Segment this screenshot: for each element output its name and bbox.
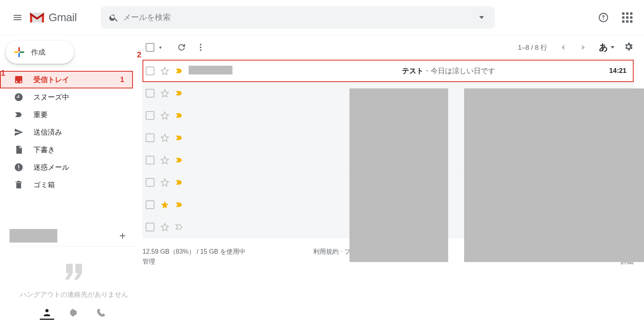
star-button[interactable] (160, 88, 170, 98)
select-all-checkbox[interactable] (146, 43, 154, 52)
hangouts-user-placeholder (10, 229, 57, 243)
person-icon (42, 307, 52, 317)
help-icon (598, 12, 609, 23)
nav-list: 1 受信トレイ 1 スヌーズ中 重要 送信済み 下書き (0, 71, 139, 194)
sidebar: 作成 1 受信トレイ 1 スヌーズ中 重要 送信済み (0, 35, 139, 323)
mail-checkbox[interactable] (146, 67, 154, 75)
search-icon (109, 12, 119, 23)
header-actions (595, 9, 636, 26)
hangouts-body: ハングアウトの連絡先がありません (10, 247, 139, 302)
mail-sender (189, 66, 288, 76)
svg-rect-2 (14, 51, 19, 53)
important-marker[interactable] (174, 133, 184, 143)
hangouts-quote-icon (58, 258, 90, 290)
mail-checkbox[interactable] (146, 111, 154, 120)
hamburger-icon (12, 12, 23, 23)
star-outline-icon (160, 111, 169, 120)
star-button[interactable] (160, 66, 170, 76)
svg-point-8 (200, 44, 201, 45)
important-filled-icon (175, 67, 183, 75)
important-marker[interactable] (174, 200, 184, 209)
svg-rect-6 (18, 169, 19, 170)
mail-checkbox[interactable] (146, 89, 154, 98)
gmail-logo[interactable]: Gmail (29, 9, 77, 26)
star-button[interactable] (160, 200, 170, 209)
gmail-wordmark: Gmail (49, 11, 77, 24)
search-input[interactable] (123, 13, 472, 22)
google-apps-button[interactable] (619, 9, 636, 26)
nav-spam[interactable]: 迷惑メール (0, 159, 133, 176)
search-button[interactable] (105, 8, 123, 27)
gmail-m-icon (29, 9, 45, 26)
hangouts-tab-chats[interactable] (67, 305, 81, 320)
nav-inbox-label: 受信トレイ (33, 75, 120, 84)
more-button[interactable] (193, 39, 209, 55)
select-all-dropdown[interactable]: ▼ (158, 45, 162, 50)
mail-date: 14:21 (609, 67, 626, 75)
refresh-button[interactable] (174, 39, 189, 55)
mail-checkbox[interactable] (146, 223, 154, 231)
mail-row[interactable]: テスト - 今日は涼しい日です 14:21 (142, 60, 634, 82)
svg-point-10 (200, 49, 201, 51)
important-marker[interactable] (174, 178, 184, 187)
sender-redaction-block (349, 88, 448, 262)
mail-checkbox[interactable] (146, 156, 154, 164)
storage-manage-link[interactable]: 管理 (142, 258, 246, 266)
support-button[interactable] (595, 9, 612, 26)
compose-label: 作成 (31, 47, 45, 57)
terms-link[interactable]: 利用規約 (313, 248, 339, 255)
nav-inbox[interactable]: 受信トレイ 1 (0, 71, 133, 88)
input-language-button[interactable]: あ (599, 41, 615, 53)
nav-snoozed[interactable]: スヌーズ中 (0, 88, 133, 106)
star-outline-icon (160, 156, 169, 164)
mail-subject-text: テスト (402, 66, 423, 76)
svg-point-9 (200, 47, 201, 48)
compose-button[interactable]: 作成 (6, 41, 74, 64)
hangouts-tab-contacts[interactable] (40, 305, 54, 320)
main-menu-button[interactable] (8, 8, 27, 27)
nav-important[interactable]: 重要 (0, 106, 133, 123)
important-filled-icon (175, 200, 183, 209)
nav-snoozed-label: スヌーズ中 (33, 92, 133, 102)
mail-checkbox[interactable] (146, 133, 154, 142)
important-marker[interactable] (174, 155, 184, 165)
important-marker[interactable] (174, 66, 184, 76)
mail-toolbar: ▼ 1–8 / 8 行 あ (142, 35, 634, 60)
hangouts-chat-icon (69, 308, 79, 317)
nav-drafts-label: 下書き (33, 145, 133, 155)
hangouts-add-button[interactable]: + (119, 229, 126, 242)
plus-multicolor-icon (13, 46, 25, 59)
star-outline-icon (160, 133, 169, 142)
star-button[interactable] (160, 111, 170, 120)
draft-icon (14, 145, 24, 155)
star-outline-icon (160, 89, 169, 98)
svg-rect-5 (18, 165, 19, 168)
nav-trash[interactable]: ゴミ箱 (0, 176, 133, 194)
important-icon (14, 110, 24, 120)
settings-button[interactable] (623, 41, 634, 54)
nav-drafts[interactable]: 下書き (0, 141, 133, 159)
star-button[interactable] (160, 133, 170, 143)
sent-icon (14, 127, 24, 137)
footer-storage: 12.59 GB（83%） / 15 GB を使用中 管理 (142, 248, 246, 266)
star-button[interactable] (160, 222, 170, 232)
important-marker[interactable] (174, 111, 184, 120)
next-page-button[interactable] (578, 41, 590, 54)
important-marker[interactable] (174, 88, 184, 98)
important-marker[interactable] (174, 222, 184, 232)
search-options-button[interactable] (472, 8, 491, 27)
mail-checkbox[interactable] (146, 178, 154, 187)
hangouts-header: + (10, 225, 139, 247)
nav-sent[interactable]: 送信済み (0, 123, 133, 141)
star-button[interactable] (160, 178, 170, 187)
refresh-icon (177, 43, 186, 52)
search-box[interactable] (101, 6, 495, 29)
hangouts-panel: + ハングアウトの連絡先がありません (0, 225, 139, 323)
subject-redaction-block (464, 88, 644, 262)
mail-checkbox[interactable] (146, 200, 154, 209)
star-outline-icon (160, 223, 169, 231)
hangouts-tab-calls[interactable] (94, 305, 108, 320)
prev-page-button[interactable] (556, 41, 569, 54)
main-panel: ▼ 1–8 / 8 行 あ 2 テスト - (139, 35, 644, 323)
star-button[interactable] (160, 155, 170, 165)
